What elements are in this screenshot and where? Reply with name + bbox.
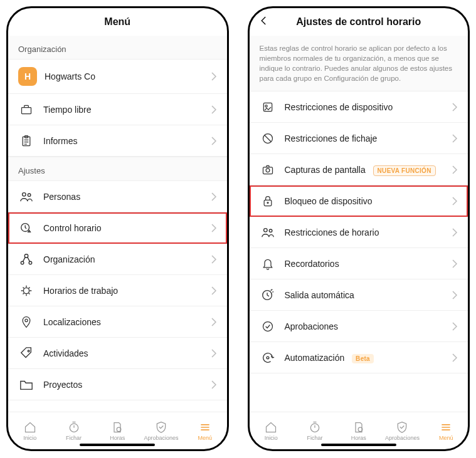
bell-icon xyxy=(260,258,276,270)
horarios-row[interactable]: Horarios de trabajo xyxy=(8,275,227,306)
organizacion-row[interactable]: Organización xyxy=(8,244,227,275)
back-button[interactable] xyxy=(258,15,270,29)
svg-point-22 xyxy=(269,229,272,232)
menu-icon xyxy=(199,421,211,434)
svg-point-26 xyxy=(310,424,319,432)
chevron-right-icon xyxy=(452,103,458,112)
chevron-right-icon xyxy=(211,192,217,201)
svg-point-24 xyxy=(263,321,272,331)
svg-point-25 xyxy=(267,357,269,359)
org-name: Hogwarts Co xyxy=(45,71,211,81)
nav-inicio[interactable]: Inicio xyxy=(8,412,52,449)
svg-point-9 xyxy=(23,288,29,293)
clipboard-icon xyxy=(18,135,34,147)
chevron-right-icon xyxy=(211,224,217,232)
home-indicator xyxy=(321,444,396,446)
chevron-right-icon xyxy=(211,137,217,145)
camera-icon xyxy=(260,164,276,176)
chevron-right-icon xyxy=(452,322,458,331)
shield-check-icon xyxy=(155,421,167,434)
chevron-right-icon xyxy=(211,72,217,81)
page-title: Ajustes de control horario xyxy=(250,8,468,36)
menu-icon xyxy=(440,421,452,434)
chevron-right-icon xyxy=(211,255,217,264)
nav-menu[interactable]: Menú xyxy=(424,412,468,449)
network-icon xyxy=(18,252,34,266)
restricciones-horario-row[interactable]: Restricciones de horario xyxy=(250,217,468,248)
home-icon xyxy=(24,421,36,434)
timer-alert-icon xyxy=(18,221,34,235)
briefcase-icon xyxy=(18,103,34,116)
schedule-icon xyxy=(18,284,34,298)
control-horario-row[interactable]: Control horario xyxy=(8,212,227,244)
chevron-right-icon xyxy=(452,291,458,299)
restricciones-dispositivo-row[interactable]: Restricciones de dispositivo xyxy=(250,91,468,123)
clock-out-icon xyxy=(260,288,276,302)
refresh-gear-icon xyxy=(260,351,276,365)
salida-automatica-row[interactable]: Salida automática xyxy=(250,279,468,311)
svg-point-8 xyxy=(29,261,32,264)
page-title: Menú xyxy=(8,8,227,36)
org-row[interactable]: H Hogwarts Co xyxy=(8,60,227,94)
folder-icon xyxy=(18,378,34,391)
nav-menu[interactable]: Menú xyxy=(183,412,227,449)
svg-point-7 xyxy=(21,261,24,264)
shield-check-icon xyxy=(396,421,408,434)
org-avatar: H xyxy=(18,67,37,86)
home-icon xyxy=(265,421,277,434)
description-text: Estas reglas de control horario se aplic… xyxy=(250,36,468,91)
svg-point-11 xyxy=(28,350,29,351)
chevron-right-icon xyxy=(452,197,458,206)
chevron-right-icon xyxy=(211,349,217,358)
nueva-funcion-badge: NUEVA FUNCIÓN xyxy=(373,165,436,176)
people-icon xyxy=(18,190,34,203)
svg-point-18 xyxy=(266,169,270,172)
svg-point-4 xyxy=(28,193,31,196)
actividades-row[interactable]: Actividades xyxy=(8,338,227,369)
home-indicator xyxy=(80,444,155,446)
localizaciones-row[interactable]: Localizaciones xyxy=(8,306,227,338)
proyectos-row[interactable]: Proyectos xyxy=(8,369,227,400)
svg-point-10 xyxy=(25,319,28,321)
device-icon xyxy=(260,101,276,113)
chevron-right-icon xyxy=(452,134,458,143)
recordatorios-row[interactable]: Recordatorios xyxy=(250,248,468,279)
ban-icon xyxy=(260,132,276,145)
lock-icon xyxy=(260,195,276,207)
chevron-right-icon xyxy=(452,228,458,237)
document-clock-icon xyxy=(352,421,365,434)
chevron-right-icon xyxy=(211,105,217,114)
chevron-right-icon xyxy=(452,259,458,268)
section-header-ajustes: Ajustes xyxy=(8,157,227,181)
bloqueo-dispositivo-row[interactable]: Bloqueo de dispositivo xyxy=(250,185,468,217)
people-icon xyxy=(260,226,276,239)
stopwatch-icon xyxy=(68,421,80,434)
section-header-org: Organización xyxy=(8,36,227,60)
chevron-right-icon xyxy=(452,353,458,362)
svg-rect-0 xyxy=(22,107,31,113)
capturas-row[interactable]: Capturas de pantalla NUEVA FUNCIÓN xyxy=(250,154,468,185)
automatizacion-row[interactable]: Automatización Beta xyxy=(250,342,468,373)
informes-row[interactable]: Informes xyxy=(8,125,227,157)
chevron-right-icon xyxy=(211,286,217,295)
aprobaciones-row[interactable]: Aprobaciones xyxy=(250,311,468,342)
location-icon xyxy=(18,315,34,329)
check-circle-icon xyxy=(260,320,276,333)
chevron-right-icon xyxy=(211,380,217,389)
tag-icon xyxy=(18,346,34,360)
tiempo-libre-row[interactable]: Tiempo libre xyxy=(8,94,227,125)
chevron-right-icon xyxy=(211,318,217,326)
document-clock-icon xyxy=(111,421,124,434)
nav-inicio[interactable]: Inicio xyxy=(250,412,294,449)
svg-point-20 xyxy=(267,202,268,203)
beta-badge: Beta xyxy=(352,354,374,363)
restricciones-fichaje-row[interactable]: Restricciones de fichaje xyxy=(250,123,468,154)
chevron-right-icon xyxy=(452,165,458,174)
svg-point-21 xyxy=(263,228,267,232)
personas-row[interactable]: Personas xyxy=(8,181,227,212)
svg-point-15 xyxy=(265,105,267,107)
svg-point-12 xyxy=(70,424,78,432)
stopwatch-icon xyxy=(309,421,321,434)
svg-point-3 xyxy=(23,192,26,196)
